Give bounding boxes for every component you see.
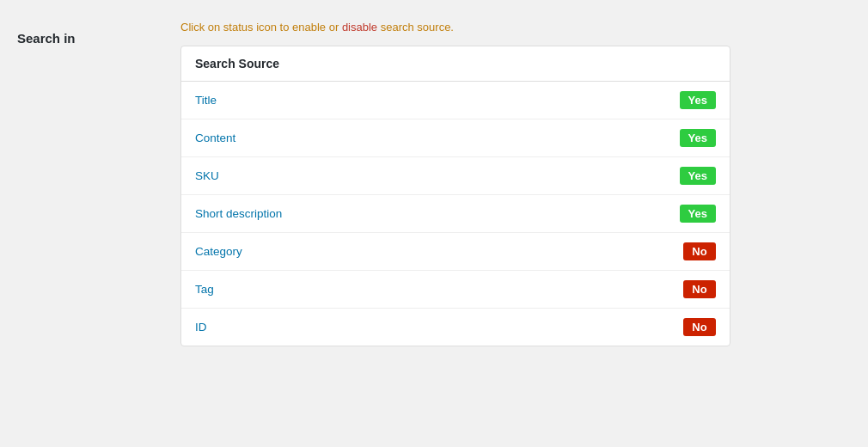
table-row: SKU Yes	[181, 157, 730, 195]
instruction-text: Click on status icon to enable or disabl…	[180, 21, 851, 34]
row-label-content: Content	[195, 132, 235, 144]
row-label-title: Title	[195, 94, 217, 107]
instruction-disable: disable	[342, 21, 377, 34]
page-layout: Search in Click on status icon to enable…	[0, 0, 868, 447]
table-row: Title Yes	[181, 82, 730, 119]
row-label-short-description: Short description	[195, 207, 282, 220]
instruction-after: search source.	[377, 21, 454, 34]
table-row: ID No	[181, 309, 730, 346]
table-header: Search Source	[181, 46, 730, 82]
row-label-id: ID	[195, 321, 207, 334]
row-label-tag: Tag	[195, 283, 214, 296]
status-badge-category[interactable]: No	[683, 242, 716, 260]
status-badge-sku[interactable]: Yes	[680, 167, 716, 185]
table-row: Tag No	[181, 271, 730, 309]
status-badge-content[interactable]: Yes	[680, 129, 716, 147]
row-label-category: Category	[195, 245, 242, 258]
table-row: Category No	[181, 233, 730, 271]
row-label-sku: SKU	[195, 169, 219, 182]
search-table: Search Source Title Yes Content Yes SKU …	[180, 46, 730, 346]
status-badge-id[interactable]: No	[683, 318, 716, 336]
instruction-before: Click on status icon to enable or	[180, 21, 342, 34]
table-row: Content Yes	[181, 119, 730, 157]
status-badge-tag[interactable]: No	[683, 280, 716, 298]
table-row: Short description Yes	[181, 195, 730, 233]
section-label: Search in	[17, 31, 155, 46]
status-badge-short-description[interactable]: Yes	[680, 205, 716, 223]
main-content: Click on status icon to enable or disabl…	[172, 0, 868, 447]
left-panel: Search in	[0, 0, 172, 447]
status-badge-title[interactable]: Yes	[680, 91, 716, 109]
